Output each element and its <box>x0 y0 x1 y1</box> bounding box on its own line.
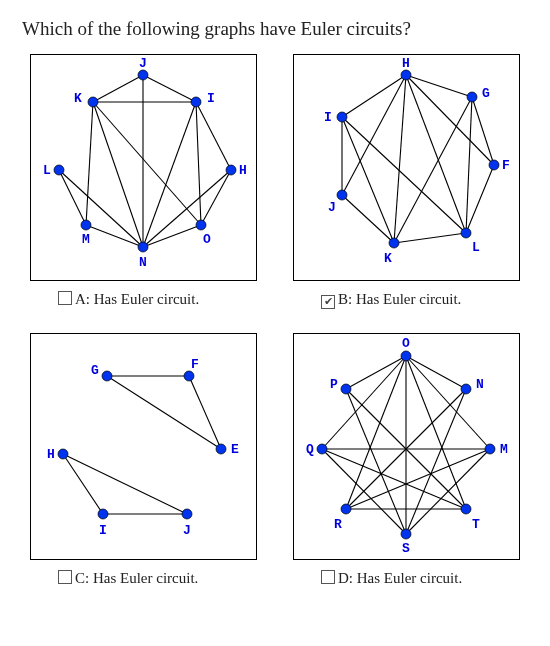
svg-line-24 <box>342 75 406 117</box>
cell-c: GFEHIJ C: Has Euler circuit. <box>22 333 265 587</box>
svg-point-39 <box>401 70 411 80</box>
svg-line-15 <box>143 225 201 247</box>
svg-point-41 <box>467 92 477 102</box>
svg-point-79 <box>485 444 495 454</box>
svg-point-43 <box>489 160 499 170</box>
option-b-letter: B <box>338 291 348 307</box>
svg-line-5 <box>93 102 143 247</box>
svg-line-63 <box>406 356 466 509</box>
svg-line-68 <box>406 389 466 534</box>
svg-point-56 <box>98 509 108 519</box>
question-text: Which of the following graphs have Euler… <box>22 18 528 40</box>
svg-point-54 <box>216 444 226 454</box>
svg-point-17 <box>88 97 98 107</box>
checkbox-d[interactable] <box>321 570 335 584</box>
svg-point-57 <box>182 509 192 519</box>
cell-d: OPNQMRTS D: Has Euler circuit. <box>285 333 528 587</box>
svg-line-61 <box>406 356 490 449</box>
svg-point-22 <box>138 242 148 252</box>
svg-line-9 <box>196 102 201 225</box>
svg-point-81 <box>461 504 471 514</box>
svg-point-82 <box>401 529 411 539</box>
option-b-text: Has Euler circuit. <box>356 291 461 307</box>
svg-line-59 <box>406 356 466 389</box>
svg-line-10 <box>59 170 86 225</box>
graph-a: JKILHMNO <box>30 54 257 281</box>
svg-point-20 <box>226 165 236 175</box>
svg-line-4 <box>86 102 93 225</box>
svg-line-26 <box>342 75 406 195</box>
svg-point-16 <box>138 70 148 80</box>
option-d-letter: D <box>338 570 349 586</box>
svg-line-33 <box>394 97 472 243</box>
svg-line-66 <box>346 389 406 534</box>
svg-line-35 <box>472 97 494 165</box>
graph-d: OPNQMRTS <box>293 333 520 560</box>
svg-line-51 <box>63 454 187 514</box>
svg-line-27 <box>394 75 406 243</box>
svg-point-55 <box>58 449 68 459</box>
graph-c-svg <box>31 334 256 559</box>
svg-point-44 <box>389 238 399 248</box>
svg-line-6 <box>93 102 201 225</box>
svg-point-75 <box>401 351 411 361</box>
svg-point-45 <box>461 228 471 238</box>
svg-line-13 <box>143 170 231 247</box>
svg-point-42 <box>337 190 347 200</box>
svg-line-0 <box>93 75 143 102</box>
svg-point-78 <box>317 444 327 454</box>
option-a-text: Has Euler circuit. <box>94 291 199 307</box>
option-a-letter: A <box>75 291 86 307</box>
svg-line-28 <box>406 75 466 233</box>
svg-line-1 <box>143 75 196 102</box>
svg-point-52 <box>102 371 112 381</box>
svg-point-53 <box>184 371 194 381</box>
graphs-grid: JKILHMNO A: Has Euler circuit. HIGJFKL ✔… <box>22 54 528 587</box>
svg-line-49 <box>63 454 103 514</box>
svg-line-8 <box>143 102 196 247</box>
svg-line-32 <box>342 117 466 233</box>
svg-line-48 <box>107 376 221 449</box>
svg-point-23 <box>196 220 206 230</box>
svg-point-40 <box>337 112 347 122</box>
svg-line-72 <box>346 449 490 509</box>
graph-c: GFEHIJ <box>30 333 257 560</box>
cell-a: JKILHMNO A: Has Euler circuit. <box>22 54 265 309</box>
option-d-text: Has Euler circuit. <box>357 570 462 586</box>
svg-line-38 <box>394 233 466 243</box>
svg-point-80 <box>341 504 351 514</box>
checkbox-c[interactable] <box>58 570 72 584</box>
svg-line-70 <box>322 449 466 509</box>
option-c-text: Has Euler circuit. <box>93 570 198 586</box>
svg-line-62 <box>346 356 406 509</box>
svg-line-36 <box>342 195 394 243</box>
checkbox-a[interactable] <box>58 291 72 305</box>
checkbox-b[interactable]: ✔ <box>321 295 335 309</box>
svg-line-12 <box>201 170 231 225</box>
svg-point-76 <box>341 384 351 394</box>
cell-b: HIGJFKL ✔B: Has Euler circuit. <box>285 54 528 309</box>
option-c-letter: C <box>75 570 85 586</box>
svg-line-58 <box>346 356 406 389</box>
svg-line-37 <box>466 165 494 233</box>
svg-line-29 <box>406 75 494 165</box>
svg-line-25 <box>406 75 472 97</box>
graph-d-svg <box>294 334 519 559</box>
svg-point-77 <box>461 384 471 394</box>
svg-line-11 <box>59 170 143 247</box>
graph-a-svg <box>31 55 256 280</box>
svg-point-21 <box>81 220 91 230</box>
svg-point-19 <box>54 165 64 175</box>
svg-line-47 <box>189 376 221 449</box>
svg-line-7 <box>196 102 231 170</box>
svg-point-18 <box>191 97 201 107</box>
graph-b: HIGJFKL <box>293 54 520 281</box>
svg-line-14 <box>86 225 143 247</box>
svg-line-60 <box>322 356 406 449</box>
svg-line-34 <box>466 97 472 233</box>
graph-b-svg <box>294 55 519 280</box>
